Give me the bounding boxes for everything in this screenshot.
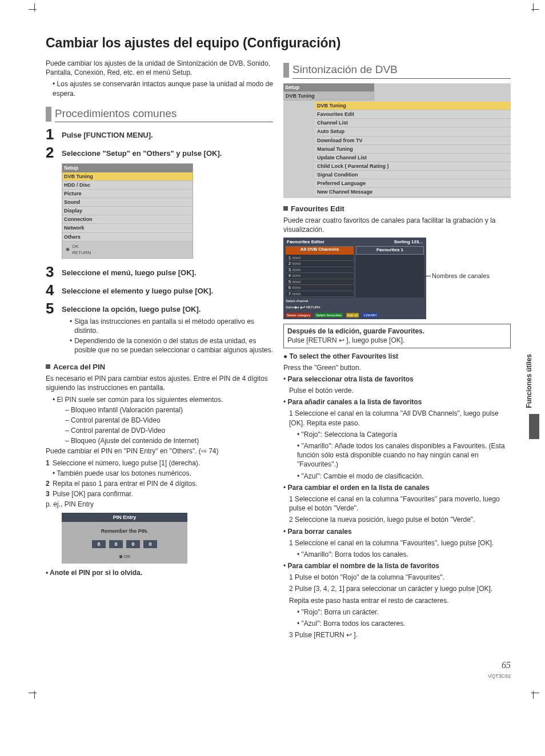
instr-line: • "Azul": Borra todos los caracteres.	[283, 619, 511, 628]
fav-btn: 123/ABC	[362, 313, 378, 317]
instr-line: 1 Seleccione el canal en la columna "Fav…	[283, 494, 511, 513]
fav-title: Favourites Editor	[287, 239, 324, 246]
fav-btn: Select favourites	[315, 313, 342, 317]
setup-menu-box: Setup DVB Tuning HDD / Disc Picture Soun…	[62, 163, 193, 259]
dvb-item: Favourites Edit	[315, 110, 511, 119]
instr-line: Repita este paso hasta entrar el resto d…	[283, 596, 511, 605]
pin-box-msg: Remember the PIN.	[62, 522, 187, 538]
fav-col1-h: All DVB Channels	[286, 246, 354, 255]
dvb-item: New Channel Message	[315, 188, 511, 196]
crop-mark	[29, 3, 40, 15]
dvb-item: Update Channel List	[315, 154, 511, 162]
dvb-item: Preferred Language	[315, 179, 511, 188]
fav-btn: Add all	[346, 313, 359, 317]
step-3: Seleccione el menú, luego pulse [OK].	[62, 268, 273, 278]
fav-channel-label: Nombres de canales	[432, 272, 490, 280]
dvb-item: Child Lock ( Parental Rating )	[315, 162, 511, 171]
fav-heading: Favourites Edit	[283, 204, 511, 214]
side-label: Funciones útiles	[524, 354, 534, 408]
instr-line: 3 Pulse [RETURN ↩ ].	[283, 630, 511, 640]
save-note-b: Después de la edición, guarde Favourites…	[287, 327, 507, 336]
crop-mark	[528, 3, 539, 15]
pin-entry-box: PIN Entry Remember the PIN. 0 0 0 0 ◉ OK	[62, 513, 187, 564]
setup-row: Others	[62, 233, 193, 242]
setup-row: Sound	[62, 198, 193, 207]
setup-row: Network	[62, 224, 193, 232]
pin-dash: – Control parental de BD-Video	[65, 416, 273, 425]
step5-bullet: Siga las instrucciones en pantalla si el…	[70, 317, 273, 335]
dvb-menu-box: Setup DVB Tuning DVB Tuning Favourites E…	[283, 83, 511, 198]
pin-step: 1Seleccione el número, luego pulse [1] (…	[46, 459, 273, 468]
instr-line: • "Rojo": Borra un carácter.	[283, 608, 511, 617]
crop-mark	[528, 687, 539, 699]
fav-p1: Puede crear cuatro favoritos de canales …	[283, 216, 511, 234]
page-title: Cambiar los ajustes del equipo (Configur…	[46, 34, 511, 52]
instr-line: 1 Seleccione el canal en la columna "All…	[283, 409, 511, 427]
dvb-item: Manual Tuning	[315, 145, 511, 154]
instr-line: • "Azul": Cambie el modo de clasificació…	[283, 472, 511, 481]
section-bar	[283, 63, 289, 78]
return-label: RETURN	[72, 250, 91, 256]
fav-add: Add	[286, 305, 292, 309]
step-4: Seleccione el elemento y luego pulse [OK…	[62, 286, 273, 296]
dvb-item: Auto Setup	[315, 127, 511, 136]
pin-box-ok: ◉ OK	[62, 552, 187, 564]
instr-line: • "Amarillo": Borra todos los canales.	[283, 550, 511, 559]
instr-line: 1 Seleccione el canal en la columna "Fav…	[283, 538, 511, 548]
pin-p1: Es necesario el PIN para cambiar estos a…	[46, 374, 273, 392]
step-5: Seleccione la opción, luego pulse [OK].	[62, 304, 273, 315]
pin-note: • Anote el PIN por si lo olvida.	[46, 568, 273, 577]
side-tab	[529, 414, 539, 439]
dvb-item: Signal Condition	[315, 171, 511, 179]
step5-bullet: Dependiendo de la conexión o del status …	[70, 336, 273, 355]
nav-icon: ◉	[66, 247, 70, 253]
dvb-item: Download from TV	[315, 136, 511, 145]
sel-other-t: Press the "Green" button.	[283, 363, 511, 372]
page-number: 65	[46, 659, 511, 671]
instr-line: • "Rojo": Selecciona la Categoría	[283, 430, 511, 439]
pin-digit: 0	[126, 540, 140, 548]
intro-p1: Puede cambiar los ajustes de la unidad d…	[46, 59, 273, 77]
step-num-3: 3	[46, 264, 62, 279]
step-num-4: 4	[46, 283, 62, 297]
pin-step-sub: • También puede usar los botones numéric…	[46, 469, 273, 478]
step-num-1: 1	[46, 127, 62, 142]
fav-sort: Sorting 123...	[394, 239, 423, 246]
setup-row: HDD / Disc	[62, 181, 193, 190]
save-note-t: Pulse [RETURN ↩ ], luego pulse [OK].	[287, 336, 507, 345]
instr-heading: • Para cambiar el nombre de la lista de …	[283, 561, 511, 570]
pin-b1: • El PIN suele ser común para los siguie…	[53, 395, 273, 404]
instr-line: 2 Seleccione la nueva posición, luego pu…	[283, 515, 511, 524]
pin-heading: Acerca del PIN	[46, 362, 273, 372]
section-bar	[46, 107, 51, 122]
instr-line: • "Amarillo": Añade todos los canales di…	[283, 441, 511, 469]
dvb-tab: DVB Tuning	[283, 91, 374, 100]
sel-other-h: ● To select the other Favourites list	[283, 352, 511, 361]
setup-header: Setup	[62, 164, 193, 172]
setup-row: DVB Tuning	[62, 172, 193, 181]
instr-heading: • Para borrar canales	[283, 527, 511, 536]
pin-digit: 0	[143, 540, 157, 548]
fav-col2-h: Favourites 1	[356, 246, 424, 255]
fav-select: Select channel	[286, 299, 308, 303]
setup-row: Picture	[62, 190, 193, 198]
instr-heading: • Para cambiar el orden en la lista de c…	[283, 483, 511, 492]
pin-digit: 0	[92, 540, 106, 548]
pin-digit: 0	[109, 540, 123, 548]
instr-line: 1 Pulse el botón "Rojo" de la columna "F…	[283, 573, 511, 582]
step-1: Pulse [FUNCTION MENU].	[62, 130, 273, 140]
pin-eg: p. ej., PIN Entry	[46, 500, 273, 509]
instr-line: Pulse el botón verde.	[283, 386, 511, 395]
ok-label: OK	[72, 244, 91, 250]
dvb-item: Channel List	[315, 119, 511, 127]
step-2: Seleccione "Setup" en "Others" y pulse […	[62, 148, 273, 159]
intro-b1: • Los ajustes se conservarán intactos au…	[46, 79, 273, 98]
dvb-top: Setup	[283, 83, 374, 91]
crop-mark	[29, 687, 40, 699]
pin-dash: – Control parental de DVD-Video	[65, 426, 273, 435]
setup-row: Display	[62, 207, 193, 215]
doc-code: VQT3C82	[46, 673, 511, 679]
setup-row: Connection	[62, 215, 193, 224]
pin-step: 3Pulse [OK] para confirmar.	[46, 489, 273, 498]
section-title-left: Procedimientos comunes	[55, 106, 273, 123]
